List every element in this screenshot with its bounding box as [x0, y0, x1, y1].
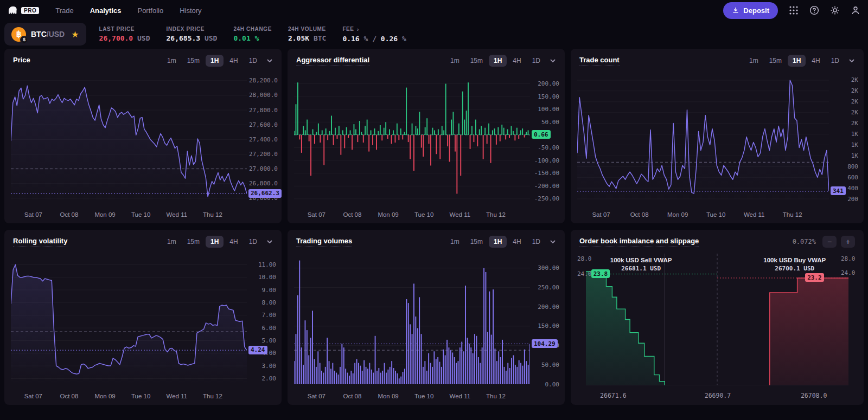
timeframe-1D[interactable]: 1D — [826, 55, 844, 67]
x-axis-label: Sat 07 — [24, 393, 42, 399]
timeframe-15m[interactable]: 15m — [182, 55, 205, 67]
zoom-in-button[interactable]: + — [841, 236, 855, 248]
nav-menu: TradeAnalyticsPortfolioHistory — [55, 7, 201, 15]
timeframe-15m[interactable]: 15m — [182, 236, 205, 248]
y-axis-label: 200 — [831, 196, 858, 203]
timeframe-1m[interactable]: 1m — [445, 236, 464, 248]
x-axis-label: Tue 10 — [706, 211, 725, 218]
rolling-volatility-chart[interactable] — [11, 256, 247, 384]
x-axis-label: Mon 09 — [378, 393, 398, 399]
kraken-pro-logo[interactable]: PRO — [8, 6, 39, 15]
favorite-star-icon[interactable]: ★ — [71, 29, 79, 40]
panel-title-price: Price — [13, 56, 30, 66]
timeframe-1D[interactable]: 1D — [244, 55, 262, 67]
timeframe-selector: 1m15m1H4H1D — [445, 236, 556, 248]
timeframe-4H[interactable]: 4H — [508, 236, 526, 248]
zoom-out-button[interactable]: − — [822, 236, 837, 248]
panel-title-order-book: Order book imbalance and slippage — [579, 237, 699, 247]
x-axis-label: Thu 12 — [783, 211, 802, 218]
timeframe-1D[interactable]: 1D — [244, 236, 262, 248]
y-axis-label: 50.00 — [532, 361, 559, 369]
y-axis-label: 2K — [831, 98, 858, 105]
timeframe-4H[interactable]: 4H — [225, 55, 242, 67]
chevron-down-icon[interactable] — [266, 238, 273, 245]
nav-item-trade[interactable]: Trade — [55, 7, 73, 15]
usd-coin-icon: $ — [20, 36, 28, 44]
nav-item-portfolio[interactable]: Portfolio — [137, 7, 163, 15]
timeframe-15m[interactable]: 15m — [465, 55, 488, 67]
download-icon — [732, 7, 739, 14]
chevron-down-icon[interactable] — [550, 57, 556, 64]
pair-selector[interactable]: ฿ $ BTC/USD ★ — [4, 23, 86, 46]
trading-volumes-chart[interactable] — [294, 256, 530, 384]
panel-title-volumes: Trading volumes — [296, 237, 352, 247]
theme-sun-icon[interactable] — [830, 5, 840, 15]
timeframe-1D[interactable]: 1D — [527, 55, 545, 67]
nav-item-analytics[interactable]: Analytics — [90, 7, 122, 15]
timeframe-1H[interactable]: 1H — [206, 55, 224, 67]
x-axis-label: Mon 09 — [667, 211, 688, 218]
timeframe-15m[interactable]: 15m — [764, 55, 787, 67]
panel-order-book: Order book imbalance and slippage 0.072%… — [571, 230, 864, 405]
timeframe-15m[interactable]: 15m — [465, 236, 488, 248]
sell-depth-badge: 23.8 — [591, 269, 610, 278]
y-axis-label: 28,000.0 — [249, 92, 276, 99]
x-axis-label: Mon 09 — [94, 211, 115, 218]
stat-label: FEE› — [342, 26, 406, 33]
timeframe-4H[interactable]: 4H — [508, 55, 526, 67]
depth-x-label: 26708.0 — [801, 392, 827, 399]
price-chart[interactable] — [11, 75, 247, 203]
timeframe-1H[interactable]: 1H — [206, 236, 224, 248]
panel-trading-volumes: Trading volumes 1m15m1H4H1D 300.00250.00… — [288, 230, 565, 405]
chevron-down-icon[interactable] — [550, 238, 556, 245]
y-axis-label: 600 — [831, 174, 858, 181]
y-axis-label: 0.00 — [532, 381, 559, 388]
depth-axis-label: 24.0 — [577, 270, 592, 277]
timeframe-4H[interactable]: 4H — [807, 55, 825, 67]
timeframe-1m[interactable]: 1m — [162, 55, 181, 67]
ticker-stats: LAST PRICE26,700.0 USDINDEX PRICE26,685.… — [99, 26, 406, 43]
y-axis-label: 200.00 — [532, 303, 559, 311]
timeframe-1m[interactable]: 1m — [744, 55, 763, 67]
y-axis-label: 28,200.0 — [249, 77, 276, 84]
timeframe-1D[interactable]: 1D — [527, 236, 545, 248]
y-axis-label: 300.00 — [532, 264, 559, 272]
order-book-controls: 0.072% − + — [793, 236, 855, 248]
y-axis-label: 150.00 — [532, 93, 559, 100]
timeframe-1H[interactable]: 1H — [489, 236, 507, 248]
y-axis-label: 27,200.0 — [249, 151, 276, 158]
y-axis-label: 2K — [831, 87, 858, 94]
charts-grid: Price 1m15m1H4H1D 28,200.028,000.027,800… — [4, 49, 864, 405]
y-axis-label: -200.00 — [532, 183, 559, 190]
timeframe-1m[interactable]: 1m — [445, 55, 464, 67]
profile-icon[interactable] — [851, 5, 860, 15]
apps-grid-icon[interactable] — [789, 5, 799, 15]
y-axis-label: 7.00 — [249, 312, 276, 319]
timeframe-1H[interactable]: 1H — [489, 55, 507, 67]
x-axis-label: Oct 08 — [60, 211, 78, 218]
fee-chevron-icon[interactable]: › — [357, 26, 359, 33]
top-nav: PRO TradeAnalyticsPortfolioHistory Depos… — [0, 0, 868, 21]
kraken-icon — [8, 6, 18, 15]
chevron-down-icon[interactable] — [848, 57, 855, 64]
trade-count-chart[interactable] — [577, 75, 829, 203]
nav-item-history[interactable]: History — [180, 7, 201, 15]
x-axis-label: Wed 11 — [450, 393, 471, 399]
timeframe-4H[interactable]: 4H — [225, 236, 242, 248]
stat-value: 26,700.0 USD — [99, 34, 150, 42]
deposit-button[interactable]: Deposit — [723, 2, 778, 19]
last-value-badge: 0.66 — [532, 130, 551, 139]
y-axis-label: 8.00 — [249, 299, 276, 306]
chevron-down-icon[interactable] — [266, 57, 273, 64]
panel-title-volatility: Rolling volatility — [13, 237, 67, 247]
y-axis-label: 27,400.0 — [249, 136, 276, 143]
y-axis-label: 5.00 — [249, 337, 276, 344]
y-axis-label: 800 — [831, 163, 858, 170]
x-axis-label: Tue 10 — [414, 211, 433, 218]
imbalance-value: 0.072% — [793, 238, 816, 245]
timeframe-1H[interactable]: 1H — [788, 55, 806, 67]
help-icon[interactable] — [809, 5, 819, 15]
timeframe-1m[interactable]: 1m — [162, 236, 181, 248]
aggressor-differential-chart[interactable] — [294, 75, 530, 203]
x-axis-label: Oct 08 — [343, 393, 361, 399]
